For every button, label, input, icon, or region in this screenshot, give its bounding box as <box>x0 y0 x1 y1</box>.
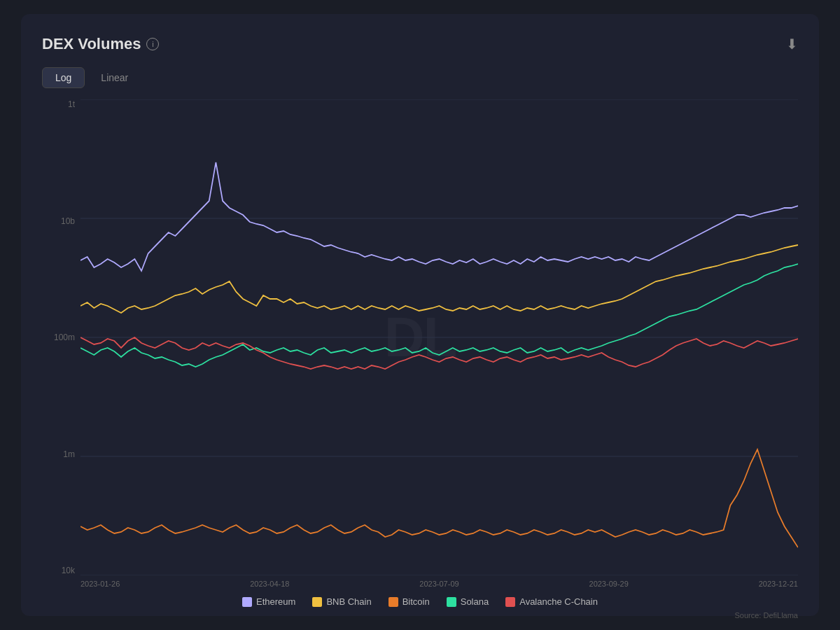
chart-svg <box>80 99 798 575</box>
source-credit: Source: DefiLlama <box>42 611 798 620</box>
chart-header: DEX Volumes i ⬇ <box>42 35 798 53</box>
legend: Ethereum BNB Chain Bitcoin Solana Avalan… <box>42 596 798 607</box>
y-label-1t: 1t <box>42 99 80 109</box>
x-label-sep: 2023-09-29 <box>589 580 629 588</box>
legend-bitcoin: Bitcoin <box>388 596 430 607</box>
bitcoin-line <box>80 449 798 547</box>
ethereum-color <box>242 597 252 607</box>
ethereum-line <box>80 162 798 271</box>
avalanche-label: Avalanche C-Chain <box>519 596 598 607</box>
avalanche-color <box>505 597 515 607</box>
bnb-label: BNB Chain <box>326 596 371 607</box>
solana-color <box>447 597 456 607</box>
chart-container: DEX Volumes i ⬇ Log Linear DL 1t 10b 100… <box>21 14 819 616</box>
title-group: DEX Volumes i <box>42 35 159 53</box>
x-label-jan: 2023-01-26 <box>80 580 120 588</box>
info-icon[interactable]: i <box>146 38 159 50</box>
chart-inner <box>80 99 798 575</box>
solana-label: Solana <box>461 596 489 607</box>
bnb-color <box>312 597 322 607</box>
download-icon[interactable]: ⬇ <box>786 36 798 52</box>
chart-area: DL 1t 10b 100m 1m 10k <box>42 99 798 575</box>
bitcoin-color <box>388 597 398 607</box>
legend-bnb: BNB Chain <box>312 596 371 607</box>
linear-toggle-button[interactable]: Linear <box>88 67 141 88</box>
y-axis-labels: 1t 10b 100m 1m 10k <box>42 99 80 575</box>
y-label-1m: 1m <box>42 449 80 459</box>
bitcoin-label: Bitcoin <box>402 596 430 607</box>
y-label-10k: 10k <box>42 566 80 575</box>
legend-solana: Solana <box>447 596 489 607</box>
toggle-group: Log Linear <box>42 67 798 88</box>
x-axis-labels: 2023-01-26 2023-04-18 2023-07-09 2023-09… <box>80 580 798 588</box>
solana-line <box>80 264 798 367</box>
legend-avalanche: Avalanche C-Chain <box>505 596 598 607</box>
x-label-jul: 2023-07-09 <box>419 580 458 588</box>
legend-ethereum: Ethereum <box>242 596 295 607</box>
y-label-10b: 10b <box>42 216 80 226</box>
bnb-line <box>80 245 798 313</box>
x-label-dec: 2023-12-21 <box>759 580 798 588</box>
log-toggle-button[interactable]: Log <box>42 67 85 88</box>
x-label-apr: 2023-04-18 <box>250 580 289 588</box>
ethereum-label: Ethereum <box>256 596 295 607</box>
y-label-100m: 100m <box>42 332 80 342</box>
chart-title: DEX Volumes <box>42 35 141 53</box>
